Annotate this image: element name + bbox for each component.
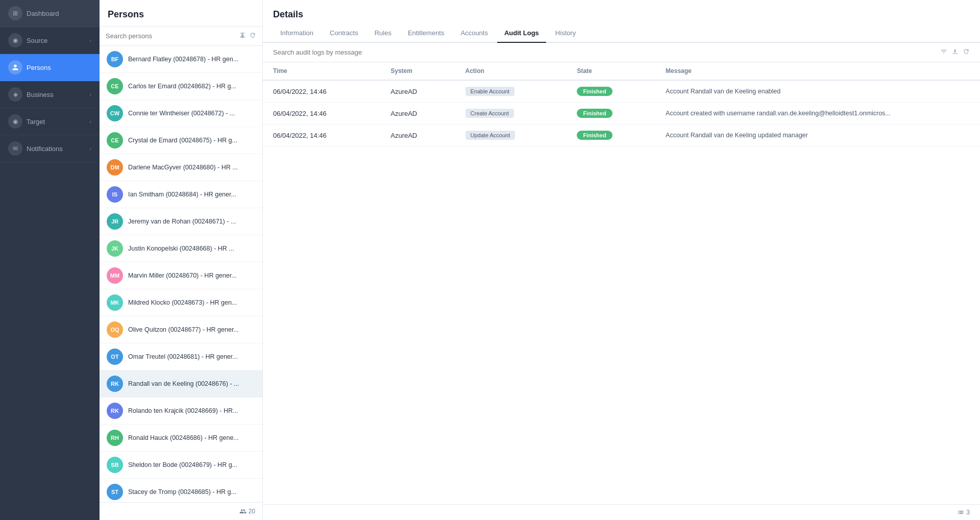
audit-toolbar (263, 43, 980, 62)
audit-state: Finished (567, 103, 655, 125)
audit-count: 3 (966, 509, 970, 516)
audit-system: AzureAD (380, 80, 455, 103)
person-name: Ronald Hauck (00248686) - HR gene... (128, 434, 239, 441)
avatar: OQ (107, 321, 123, 338)
tab-contracts[interactable]: Contracts (323, 24, 365, 43)
sidebar-item-business[interactable]: ◈ Business ‹ (0, 81, 100, 108)
audit-time: 06/04/2022, 14:46 (263, 125, 380, 146)
person-name: Carlos ter Emard (00248682) - HR g... (128, 83, 236, 90)
business-icon: ◈ (8, 87, 22, 102)
person-item[interactable]: CW Connie ter Wintheiser (00248672) - ..… (100, 100, 262, 127)
svg-rect-1 (952, 54, 958, 54)
download-persons-icon[interactable] (239, 32, 246, 40)
person-item[interactable]: OQ Olive Quitzon (00248677) - HR gener..… (100, 316, 262, 343)
filter-icon[interactable] (940, 48, 947, 57)
person-item[interactable]: CE Crystal de Emard (00248675) - HR g... (100, 127, 262, 154)
person-name: Marvin Miller (00248670) - HR gener... (128, 272, 237, 279)
details-panel: Details InformationContractsRulesEntitle… (263, 0, 980, 520)
audit-row[interactable]: 06/04/2022, 14:46 AzureAD Update Account… (263, 125, 980, 146)
audit-action: Enable Account (455, 80, 567, 103)
audit-state: Finished (567, 125, 655, 146)
persons-title: Persons (100, 0, 262, 27)
target-icon: ◉ (8, 114, 22, 129)
sidebar-label-notifications: Notifications (27, 145, 63, 153)
tab-entitlements[interactable]: Entitlements (401, 24, 452, 43)
person-item[interactable]: MM Marvin Miller (00248670) - HR gener..… (100, 262, 262, 289)
avatar: CW (107, 105, 123, 121)
person-name: Randall van de Keeling (00248676) - ... (128, 380, 239, 387)
col-system: System (380, 62, 455, 80)
refresh-persons-icon[interactable] (249, 32, 256, 40)
avatar: RH (107, 430, 123, 446)
source-icon: ◉ (8, 33, 22, 47)
sidebar-item-source[interactable]: ◉ Source ‹ (0, 27, 100, 54)
person-name: Bernard Flatley (00248678) - HR gen... (128, 56, 238, 63)
avatar: CE (107, 132, 123, 148)
person-name: Justin Konopelski (00248668) - HR ... (128, 245, 234, 252)
avatar: CE (107, 78, 123, 94)
chevron-business-icon: ‹ (90, 92, 91, 97)
avatar: ST (107, 484, 123, 500)
download-audit-icon[interactable] (951, 48, 959, 57)
sidebar: ⊞ Dashboard ◉ Source ‹ Persons ◈ Busines… (0, 0, 100, 520)
tab-information[interactable]: Information (273, 24, 321, 43)
tab-audit-logs[interactable]: Audit Logs (497, 24, 546, 43)
persons-panel: Persons BF Bernard Flatley (00248678) - … (100, 0, 263, 520)
person-item[interactable]: IS Ian Smitham (00248684) - HR gener... (100, 181, 262, 208)
person-item[interactable]: RH Ronald Hauck (00248686) - HR gene... (100, 425, 262, 452)
details-title: Details (263, 0, 980, 20)
audit-system: AzureAD (380, 125, 455, 146)
person-name: Darlene MacGyver (00248680) - HR ... (128, 164, 238, 171)
audit-action: Create Account (455, 103, 567, 125)
person-item[interactable]: JK Justin Konopelski (00248668) - HR ... (100, 235, 262, 262)
audit-message: Account Randall van de Keeling updated m… (655, 125, 980, 146)
tab-rules[interactable]: Rules (368, 24, 399, 43)
sidebar-label-source: Source (27, 37, 47, 44)
audit-message: Account Randall van de Keeling enabled (655, 80, 980, 103)
person-item[interactable]: OT Omar Treutel (00248681) - HR gener... (100, 343, 262, 370)
avatar: IS (107, 186, 123, 203)
sidebar-item-notifications[interactable]: ✉ Notifications ‹ (0, 135, 100, 162)
person-name: Rolando ten Krajcik (00248669) - HR... (128, 407, 238, 414)
audit-action: Update Account (455, 125, 567, 146)
audit-footer: 3 (263, 504, 980, 520)
refresh-audit-icon[interactable] (963, 48, 970, 57)
person-item[interactable]: MK Mildred Klocko (00248673) - HR gen... (100, 289, 262, 316)
person-item[interactable]: ST Stacey de Tromp (00248685) - HR g... (100, 479, 262, 502)
persons-count-icon (239, 508, 247, 515)
person-item[interactable]: BF Bernard Flatley (00248678) - HR gen..… (100, 46, 262, 73)
person-item[interactable]: RK Rolando ten Krajcik (00248669) - HR..… (100, 398, 262, 425)
person-item[interactable]: DM Darlene MacGyver (00248680) - HR ... (100, 154, 262, 181)
chevron-source-icon: ‹ (90, 38, 91, 43)
tab-accounts[interactable]: Accounts (453, 24, 495, 43)
avatar: SB (107, 457, 123, 473)
person-name: Omar Treutel (00248681) - HR gener... (128, 353, 238, 360)
person-name: Crystal de Emard (00248675) - HR g... (128, 137, 237, 144)
col-action: Action (455, 62, 567, 80)
sidebar-item-dashboard[interactable]: ⊞ Dashboard (0, 0, 100, 27)
person-item[interactable]: JR Jeremy van de Rohan (00248671) - ... (100, 208, 262, 235)
person-item[interactable]: CE Carlos ter Emard (00248682) - HR g... (100, 73, 262, 100)
sidebar-item-target[interactable]: ◉ Target ‹ (0, 108, 100, 135)
audit-content: TimeSystemActionStateMessage 06/04/2022,… (263, 43, 980, 520)
person-name: Connie ter Wintheiser (00248672) - ... (128, 110, 235, 117)
audit-search-input[interactable] (273, 48, 936, 56)
sidebar-label-business: Business (27, 91, 54, 98)
audit-row[interactable]: 06/04/2022, 14:46 AzureAD Enable Account… (263, 80, 980, 103)
person-item[interactable]: SB Sheldon ter Bode (00248679) - HR g... (100, 452, 262, 479)
persons-search-row (100, 27, 262, 46)
svg-rect-0 (240, 37, 246, 38)
sidebar-label-dashboard: Dashboard (27, 10, 59, 17)
audit-time: 06/04/2022, 14:46 (263, 103, 380, 125)
audit-row[interactable]: 06/04/2022, 14:46 AzureAD Create Account… (263, 103, 980, 125)
tab-history[interactable]: History (548, 24, 583, 43)
sidebar-label-target: Target (27, 118, 45, 126)
chevron-notifications-icon: ‹ (90, 146, 91, 152)
persons-icon (8, 60, 22, 75)
sidebar-item-persons[interactable]: Persons (0, 54, 100, 81)
search-persons-input[interactable] (106, 32, 235, 40)
chevron-target-icon: ‹ (90, 119, 91, 125)
person-item[interactable]: RK Randall van de Keeling (00248676) - .… (100, 370, 262, 398)
avatar: JK (107, 240, 123, 257)
home-icon: ⊞ (8, 6, 22, 20)
